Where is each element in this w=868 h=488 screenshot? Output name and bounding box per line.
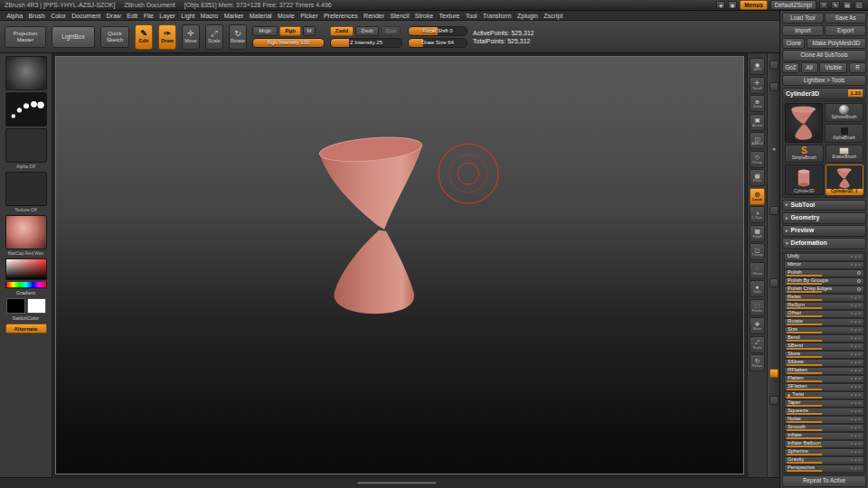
main-color-swatch[interactable] (6, 298, 25, 314)
axis-toggles[interactable]: x y z (851, 296, 861, 299)
tool-item-alphabrush[interactable]: AlphaBrush (825, 124, 863, 143)
zadd-button[interactable]: Zadd (330, 26, 354, 36)
deformation-slider[interactable]: RFlatten x y z (784, 367, 864, 375)
rotate-mode-button[interactable]: ↻ Rotate (229, 24, 247, 50)
shelf-icon-button[interactable]: ⬚ Frame (750, 299, 765, 316)
draw-size-slider[interactable]: Draw Size 64 (408, 38, 467, 48)
tool-item-cylinder3d-1-selected[interactable]: Cylinder3D_1 (826, 164, 864, 195)
goz-all-button[interactable]: All (801, 62, 818, 73)
deformation-slider[interactable]: SBend x y z (784, 343, 864, 351)
shelf-icon-button[interactable]: ◉ BPR (750, 58, 765, 75)
projection-icon[interactable]: ◈ (716, 1, 725, 9)
menu-item[interactable]: Zscript (541, 13, 565, 19)
divider-icon[interactable] (769, 61, 778, 70)
clone-all-subtools-button[interactable]: Clone All SubTools (782, 50, 866, 61)
current-brush-thumbnail[interactable] (5, 56, 47, 90)
make-polymesh3d-button[interactable]: Make PolyMesh3D (807, 38, 866, 49)
layout-icon[interactable]: ◱ (854, 1, 863, 9)
shelf-icon-button[interactable]: ◌ Ghost (750, 262, 765, 279)
polish-mode-toggle-icon[interactable] (857, 287, 861, 291)
menu-item[interactable]: Zplugin (514, 13, 541, 19)
move-mode-button[interactable]: ✛ Move (182, 24, 200, 50)
axis-toggles[interactable]: x y z (851, 393, 861, 397)
document-surface[interactable] (55, 56, 744, 474)
menu-item[interactable]: Movie (275, 13, 297, 19)
axis-toggles[interactable]: x y z (851, 458, 861, 462)
axis-toggles[interactable]: x y z (851, 255, 861, 258)
current-material-thumbnail[interactable] (5, 215, 47, 249)
menu-item[interactable]: Marker (221, 13, 246, 19)
tool-item-eraserbrush[interactable]: EraserBrush (826, 145, 864, 163)
menu-item[interactable]: Tool (463, 13, 480, 19)
focal-shift-slider[interactable]: Focal Shift 0 (408, 26, 467, 36)
active-tool-thumbnail[interactable] (785, 103, 823, 143)
tray-collapse-arrow-icon[interactable]: ◂ (772, 145, 776, 152)
axis-toggles[interactable]: x y z (851, 336, 861, 340)
axis-toggles[interactable]: x y z (851, 312, 861, 315)
shelf-icon-button[interactable]: ⤢ Scale (750, 336, 765, 353)
projection-master-button[interactable]: Projection Master (5, 26, 46, 48)
current-stroke-thumbnail[interactable] (5, 92, 47, 127)
deformation-slider[interactable]: Inflate x y z (784, 432, 864, 440)
rgb-button[interactable]: Rgb (279, 26, 301, 36)
lightbox-button[interactable]: LightBox (52, 26, 95, 48)
help-icon[interactable]: ? (819, 1, 828, 9)
menu-item[interactable]: Document (69, 13, 103, 19)
deformation-slider[interactable]: Squeeze x y z (784, 408, 864, 416)
default-zscript-button[interactable]: DefaultZScript (770, 0, 816, 10)
deformation-slider[interactable]: Taper x y z (784, 399, 864, 408)
axis-toggles[interactable]: x y z (851, 320, 861, 324)
polish-mode-toggle-icon[interactable] (857, 279, 861, 283)
section-geometry[interactable]: ▸ Geometry (782, 212, 866, 224)
axis-toggles[interactable]: x y z (851, 344, 861, 348)
menu-item[interactable]: Material (247, 13, 275, 19)
tool-item-spherebrush[interactable]: SphereBrush (825, 103, 863, 122)
shelf-icon-button[interactable]: ◫ AAHalf (750, 132, 765, 149)
m-button[interactable]: M (303, 26, 316, 36)
axis-toggles[interactable]: x y z (851, 352, 861, 356)
menu-item[interactable]: Color (48, 13, 69, 19)
axis-toggles[interactable]: x y z (851, 450, 861, 454)
deformation-slider[interactable]: Relax x y z (784, 294, 864, 302)
current-alpha-thumbnail[interactable] (5, 128, 47, 163)
menu-item[interactable]: Transform (480, 13, 514, 19)
deformation-slider[interactable]: Unify x y z (784, 253, 864, 261)
menu-item[interactable]: Macro (198, 13, 222, 19)
menu-item[interactable]: Stroke (412, 13, 437, 19)
deformation-slider[interactable]: Size x y z (784, 326, 864, 334)
menu-item[interactable]: Edit (124, 13, 140, 19)
axis-toggles[interactable]: x y z (851, 434, 861, 437)
tool-item-simplebrush[interactable]: S SimpleBrush (785, 145, 824, 163)
axis-toggles[interactable]: x y z (851, 409, 861, 413)
divider-icon[interactable] (769, 278, 778, 287)
deformation-slider[interactable]: SFlatten x y z (784, 383, 864, 391)
shelf-icon-button[interactable]: ▣ Actual (750, 114, 765, 131)
draw-mode-button[interactable]: ✑ Draw (158, 24, 176, 50)
goz-visible-button[interactable]: Visible (819, 62, 847, 73)
active-tool-header[interactable]: Cylinder3D 1.33 (782, 88, 866, 99)
menu-item[interactable]: Stencil (387, 13, 411, 19)
menu-item[interactable]: Light (178, 13, 198, 19)
shelf-icon-button[interactable]: ● Solo (750, 280, 765, 297)
lightbox-tools-button[interactable]: Lightbox > Tools (782, 75, 866, 86)
deformation-slider[interactable]: Inflate Balloon x y z (784, 440, 864, 448)
load-tool-button[interactable]: Load Tool (782, 13, 824, 23)
axis-toggles[interactable]: x y z (851, 385, 861, 389)
divider-icon[interactable] (769, 82, 778, 91)
rgb-intensity-slider[interactable]: Rgb Intensity 100 (252, 38, 325, 48)
mrgb-button[interactable]: Mrgb (252, 26, 278, 36)
quick-sketch-button[interactable]: Quick Sketch (100, 26, 129, 48)
deformation-slider[interactable]: Mirror x y z (784, 261, 864, 269)
z-intensity-slider[interactable]: Z Intensity 25 (330, 38, 402, 48)
zsub-button[interactable]: Zsub (355, 26, 379, 36)
goz-button[interactable]: GoZ (782, 62, 799, 73)
clone-button[interactable]: Clone (782, 38, 805, 49)
current-texture-thumbnail[interactable] (5, 172, 47, 206)
zcut-button[interactable]: Zcut (381, 26, 401, 36)
divider-icon[interactable] (769, 396, 778, 405)
hue-strip[interactable] (5, 282, 47, 288)
axis-toggles[interactable]: x y z (851, 361, 861, 364)
divider-icon-active[interactable] (769, 369, 778, 378)
tool-item-cylinder3d[interactable]: Cylinder3D (785, 164, 824, 195)
deformation-slider[interactable]: Noise x y z (784, 416, 864, 424)
